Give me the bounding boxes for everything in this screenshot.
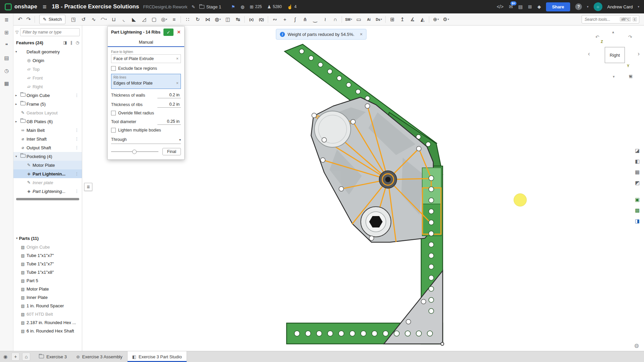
rename-document-icon[interactable]: ✎: [192, 4, 195, 9]
onshape-logo[interactable]: onshape: [5, 3, 37, 10]
feature-expand-caret-icon[interactable]: ▾: [15, 50, 20, 53]
filter-input[interactable]: [20, 28, 80, 36]
history-icon[interactable]: ◷: [76, 40, 79, 45]
feature-item-part-lightenin[interactable]: ◈Part Lightenin...⋮: [13, 169, 82, 178]
tool-mass-properties-icon[interactable]: ◭: [417, 15, 427, 24]
search-tools-input[interactable]: [584, 17, 618, 22]
feature-context-dots-icon[interactable]: ⋮: [72, 93, 82, 98]
select-other-icon[interactable]: ◪: [633, 147, 641, 155]
feature-item-gearbox-layout[interactable]: ✎Gearbox Layout: [13, 108, 82, 117]
tool-bridging-curve-icon[interactable]: ‿: [310, 15, 320, 24]
view-cube-face[interactable]: Right: [605, 47, 625, 63]
feature-item-gb-plates-6[interactable]: ▸GB Plates (6): [13, 117, 82, 126]
view-rotate-up-icon[interactable]: ▴: [612, 30, 614, 34]
thickness-of-walls-input[interactable]: 0.2 in: [157, 92, 181, 98]
override-fillet-radius-row[interactable]: Overide fillet radius: [111, 111, 181, 115]
tab-manual[interactable]: Manual: [108, 38, 184, 47]
override-fillet-radius-checkbox[interactable]: [111, 111, 116, 115]
tool-loft-icon[interactable]: ◠▾: [99, 15, 108, 24]
filter-funnel-icon[interactable]: ▽: [15, 30, 18, 35]
tool-revolve-icon[interactable]: ↺: [79, 15, 88, 24]
thickness-of-ribs-input[interactable]: 0.2 in: [157, 101, 181, 108]
section-view-icon[interactable]: ◧: [633, 157, 641, 165]
tool-feature-settings-icon[interactable]: ⚙▾: [441, 15, 451, 24]
tool-variable-studio-icon[interactable]: (Q): [256, 15, 266, 24]
feature-item-output-shaft[interactable]: ⌀Output Shaft⋮: [13, 143, 82, 152]
tool-split-icon[interactable]: ◫: [223, 15, 233, 24]
feature-item-origin[interactable]: ◎Origin: [13, 56, 82, 65]
workspace-breadcrumb[interactable]: Stage 1: [199, 4, 221, 9]
notifications-icon[interactable]: ✉9+: [509, 4, 513, 9]
preview-slider[interactable]: [111, 151, 158, 152]
feature-item-motor-plate[interactable]: ✎Motor Plate: [13, 161, 82, 169]
tool-hole-icon[interactable]: ◎▾: [159, 15, 169, 24]
feature-context-dots-icon[interactable]: ⋮: [72, 189, 82, 194]
apps-icon[interactable]: ⊞: [528, 4, 532, 9]
view-rotate-right-icon[interactable]: ›: [638, 50, 640, 57]
tool-helix-icon[interactable]: ∾: [270, 15, 280, 24]
parts-expand-caret-icon[interactable]: ▾: [16, 237, 18, 240]
tool-derived-icon[interactable]: Ds▾: [374, 15, 384, 24]
tool-measure-icon[interactable]: ∡: [407, 15, 417, 24]
feature-context-dots-icon[interactable]: ⋮: [72, 171, 82, 176]
part-item-part-5[interactable]: ▧Part 5: [13, 276, 82, 285]
tool-thicken-icon[interactable]: ⊔: [109, 15, 118, 24]
tool-import-icon[interactable]: ⊞: [387, 15, 397, 24]
appearance-panel-icon[interactable]: ▣: [633, 196, 641, 204]
redo-icon[interactable]: ↷: [24, 16, 32, 22]
tool-mirror-icon[interactable]: ⋈: [203, 15, 212, 24]
feature-context-dots-icon[interactable]: ⋮: [72, 137, 82, 141]
undo-icon[interactable]: ↶: [16, 16, 24, 22]
face-selection-box[interactable]: Face of Plate Extrude ×: [111, 54, 181, 63]
tab-exercise-3-assembly[interactable]: ⊚Exercise 3 Assembly: [71, 351, 127, 362]
tool-chamfer-icon[interactable]: ◣: [129, 15, 139, 24]
feature-item-frame-5[interactable]: ▸Frame (5): [13, 100, 82, 108]
visibility-icon[interactable]: ◉: [3, 354, 7, 359]
insert-panel-icon[interactable]: ◨: [63, 40, 67, 45]
feature-item-pocketing-4[interactable]: ▾Pocketing (4): [13, 152, 82, 161]
clear-rib-selection-icon[interactable]: ×: [176, 81, 179, 86]
rib-lines-field[interactable]: Rib lines Edges of Motor Plate ×: [111, 74, 181, 89]
versions-panel-icon[interactable]: ◷: [4, 68, 9, 74]
tool-intersection-curve-icon[interactable]: ∩: [330, 15, 340, 24]
likes-icon[interactable]: ☝: [287, 4, 293, 9]
followers-icon[interactable]: ♟: [267, 4, 271, 9]
tool-boolean-icon[interactable]: ◍▾: [213, 15, 222, 24]
feature-item-origin-cube[interactable]: ▸Origin Cube⋮: [13, 91, 82, 100]
flag-icon[interactable]: ⚑: [231, 4, 235, 9]
confirm-button[interactable]: ✓: [163, 29, 174, 36]
tool-insert-feature-icon[interactable]: ⊕▾: [431, 15, 441, 24]
part-item-tube-1-x1-x7[interactable]: ▧Tube 1"x1"x7": [13, 260, 82, 268]
tool-shell-icon[interactable]: ▢: [149, 15, 159, 24]
display-states-icon[interactable]: ▩: [633, 206, 641, 214]
tool-transform-icon[interactable]: ↹: [233, 15, 243, 24]
feature-item-default-geometry[interactable]: ▾Default geometry: [13, 47, 82, 56]
release-notes-icon[interactable]: ▤: [518, 4, 523, 9]
part-item-tube-1-x1-x8[interactable]: ▧Tube 1"x1"x8": [13, 268, 82, 276]
feature-list-flyout-button[interactable]: ≣: [84, 183, 92, 191]
tool-ai-advisor-icon[interactable]: Ai: [364, 15, 374, 24]
tool-projected-curve-icon[interactable]: ⋔: [300, 15, 310, 24]
tool-diameter-input[interactable]: 0.25 in: [157, 118, 181, 125]
view-rotate-left-icon[interactable]: ‹: [588, 50, 590, 57]
share-button[interactable]: Share: [546, 2, 570, 11]
feature-item-top[interactable]: ▱Top: [13, 65, 82, 73]
feature-item-inter-shaft[interactable]: ⌀Inter Shaft⋮: [13, 135, 82, 143]
tool-draft-icon[interactable]: ◿: [139, 15, 149, 24]
named-views-icon[interactable]: ▦: [633, 168, 641, 176]
termination-dropdown[interactable]: Through ▾: [111, 136, 181, 144]
feature-item-part-lightening[interactable]: ◈Part Lightening...⋮: [13, 187, 82, 196]
clear-face-selection-icon[interactable]: ×: [176, 56, 179, 61]
view-roll-left-icon[interactable]: ↶: [595, 34, 599, 40]
tool-sheet-metal-icon[interactable]: SM▾: [344, 15, 353, 24]
tool-circular-pattern-icon[interactable]: ↻: [193, 15, 202, 24]
tab-exercise-3[interactable]: Exercise 3: [34, 351, 71, 362]
comments-panel-icon[interactable]: ❝: [5, 42, 8, 48]
help-icon[interactable]: ?: [575, 3, 582, 10]
premium-icon[interactable]: ◆: [537, 4, 541, 9]
display-options-icon[interactable]: ◩: [633, 179, 641, 187]
exclude-face-regions-row[interactable]: Exclude face regions: [111, 66, 181, 71]
tool-flange-icon[interactable]: ▭: [354, 15, 363, 24]
part-item-1-in-round-spacer[interactable]: ▧1 in. Round Spacer: [13, 302, 82, 310]
copies-icon[interactable]: ⊞: [250, 4, 253, 9]
